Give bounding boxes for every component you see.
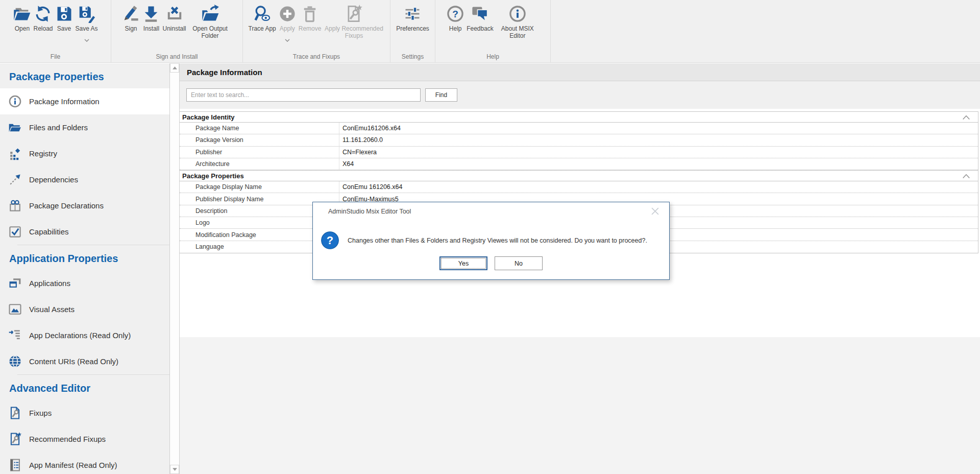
- button-label: Open Output Folder: [188, 26, 232, 39]
- sidebar-item-capabilities[interactable]: Capabilities: [0, 219, 169, 245]
- open-button[interactable]: Open: [13, 4, 31, 38]
- scrollbar-thumb[interactable]: [170, 73, 179, 465]
- property-label: Package Display Name: [180, 181, 339, 193]
- package-declarations-icon: [8, 199, 22, 212]
- button-label: Save As: [76, 26, 98, 33]
- install-icon: [142, 5, 160, 23]
- sidebar-item-label: Registry: [29, 149, 57, 158]
- dialog-message: Changes other than Files & Folders and R…: [348, 237, 647, 244]
- reload-button[interactable]: Reload: [33, 4, 53, 38]
- ribbon-toolbar: OpenReloadSaveSave AsFileSignInstallUnin…: [0, 0, 980, 63]
- ribbon-group-trace-and-fixups: Trace AppApplyRemoveApply Recommended Fi…: [243, 0, 390, 62]
- sidebar-item-label: App Declarations (Read Only): [29, 331, 131, 340]
- about-icon: [508, 5, 527, 23]
- sidebar-item-dependencies[interactable]: Dependencies: [0, 167, 169, 193]
- uninstall-icon: [165, 5, 184, 23]
- sidebar-item-label: Fixups: [29, 409, 52, 417]
- feedback-button[interactable]: Feedback: [467, 4, 494, 39]
- button-label: Trace App: [249, 26, 276, 33]
- sidebar-item-package-information[interactable]: Package Information: [0, 88, 169, 114]
- sidebar-scrollbar[interactable]: [169, 63, 180, 474]
- save-button[interactable]: Save: [55, 4, 74, 38]
- sidebar-item-registry[interactable]: Registry: [0, 140, 169, 167]
- app-manifest-icon: [8, 458, 22, 472]
- app-window: { "ribbon": { "groups": [ { "label": "Fi…: [0, 0, 980, 474]
- button-label: About MSIX Editor: [496, 26, 540, 39]
- content-uris-icon: [8, 354, 22, 368]
- reload-icon: [34, 5, 52, 23]
- chevron-up-icon[interactable]: [962, 173, 971, 179]
- button-label: Apply: [280, 26, 295, 33]
- sign-button[interactable]: Sign: [121, 4, 140, 39]
- button-label: Save: [57, 26, 71, 33]
- ribbon-group-file: OpenReloadSaveSave AsFile: [0, 0, 111, 62]
- sidebar-item-app-declarations-read-only[interactable]: App Declarations (Read Only): [0, 322, 169, 348]
- ribbon-group-label: Trace and Fixups: [243, 53, 390, 60]
- button-label: Install: [143, 26, 159, 33]
- sidebar-item-applications[interactable]: Applications: [0, 270, 169, 296]
- registry-icon: [8, 147, 22, 160]
- trace-app-button[interactable]: Trace App: [249, 4, 276, 39]
- button-label: Apply Recommended Fixups: [323, 26, 384, 39]
- dependencies-icon: [8, 173, 22, 186]
- dialog-title: AdminStudio Msix Editor Tool: [328, 208, 411, 215]
- page-title: Package Information: [180, 63, 980, 81]
- search-input[interactable]: [186, 88, 421, 102]
- property-value[interactable]: X64: [339, 158, 978, 170]
- property-label: Package Version: [180, 134, 339, 146]
- ribbon-group-buttons: SignInstallUninstallOpen Output Folder: [112, 0, 241, 39]
- sidebar-item-label: App Manifest (Read Only): [29, 461, 117, 469]
- sidebar-item-label: Capabilities: [29, 227, 69, 236]
- uninstall-button[interactable]: Uninstall: [162, 4, 186, 39]
- section-header-package-properties[interactable]: Package Properties: [180, 170, 978, 181]
- sidebar-section-title: Advanced Editor: [0, 375, 169, 400]
- app-declarations-icon: [8, 328, 22, 342]
- preferences-button[interactable]: Preferences: [396, 4, 429, 33]
- dialog-body: ? Changes other than Files & Folders and…: [321, 231, 662, 250]
- chevron-down-icon: [84, 35, 89, 38]
- info-icon: [8, 94, 22, 108]
- open-output-folder-icon: [201, 5, 219, 23]
- sidebar-item-package-declarations[interactable]: Package Declarations: [0, 193, 169, 219]
- sidebar-item-recommended-fixups[interactable]: Recommended Fixups: [0, 426, 169, 452]
- about-msix-editor-button[interactable]: About MSIX Editor: [496, 4, 540, 39]
- property-value[interactable]: CN=Flexera: [339, 147, 978, 158]
- section-title: Package Properties: [182, 172, 244, 180]
- no-button[interactable]: No: [495, 256, 543, 270]
- close-icon[interactable]: [651, 207, 659, 215]
- sidebar-nav: Package PropertiesPackage InformationFil…: [0, 63, 169, 474]
- apply-button: Apply: [278, 4, 297, 39]
- ribbon-group-sign-and-install: SignInstallUninstallOpen Output FolderSi…: [111, 0, 243, 62]
- table-row-package-version: Package Version11.161.2060.0: [180, 134, 978, 146]
- preferences-icon: [403, 5, 422, 23]
- chevron-up-icon[interactable]: [962, 114, 971, 120]
- property-label: Publisher: [180, 147, 339, 158]
- sidebar-item-label: Package Declarations: [29, 201, 104, 210]
- scroll-down-button[interactable]: [170, 465, 179, 474]
- sidebar-item-visual-assets[interactable]: Visual Assets: [0, 296, 169, 322]
- property-value[interactable]: 11.161.2060.0: [339, 134, 978, 146]
- capabilities-icon: [8, 225, 22, 239]
- install-button[interactable]: Install: [142, 4, 160, 39]
- sidebar-section-advanced-editor: Advanced EditorFixupsRecommended FixupsA…: [0, 374, 169, 474]
- sidebar-item-files-and-folders[interactable]: Files and Folders: [0, 114, 169, 140]
- sidebar-item-app-manifest-read-only[interactable]: App Manifest (Read Only): [0, 452, 169, 474]
- section-header-package-identity[interactable]: Package Identity: [180, 111, 978, 123]
- property-value[interactable]: ConEmu161206.x64: [339, 123, 978, 134]
- save-as-button[interactable]: Save As: [76, 4, 98, 38]
- property-label: Package Name: [180, 123, 339, 134]
- help-button[interactable]: ?Help: [446, 4, 464, 39]
- sidebar-item-fixups[interactable]: Fixups: [0, 400, 169, 426]
- sidebar-item-content-uris-read-only[interactable]: Content URIs (Read Only): [0, 348, 169, 374]
- sign-icon: [121, 5, 140, 23]
- property-value[interactable]: ConEmu 161206.x64: [339, 181, 978, 193]
- open-output-folder-button[interactable]: Open Output Folder: [188, 4, 232, 39]
- find-button[interactable]: Find: [425, 88, 457, 102]
- open-folder-icon: [13, 5, 31, 23]
- yes-button[interactable]: Yes: [439, 256, 487, 270]
- table-row-publisher: PublisherCN=Flexera: [180, 147, 978, 158]
- dialog-buttons: Yes No: [313, 256, 669, 270]
- triangle-up-icon: [173, 66, 177, 69]
- scroll-up-button[interactable]: [170, 63, 179, 73]
- folder-icon: [8, 121, 22, 134]
